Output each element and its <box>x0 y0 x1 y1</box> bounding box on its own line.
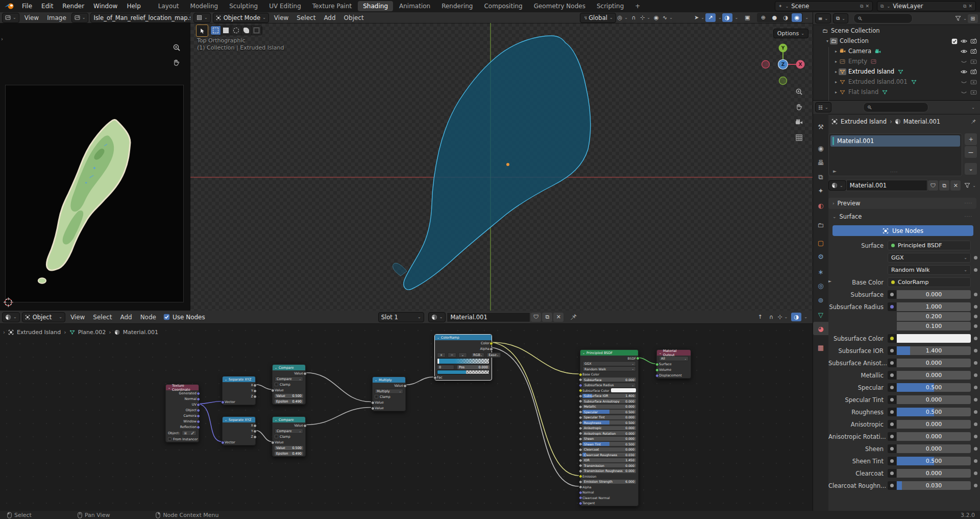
topbar-menu-render[interactable]: Render <box>58 0 89 12</box>
properties-tab-world[interactable]: ◐ <box>813 199 828 212</box>
menu-image[interactable]: Image <box>43 14 70 21</box>
properties-tab-texture[interactable]: ▦ <box>813 341 828 354</box>
camoff-icon[interactable] <box>970 58 977 65</box>
new-collection-button[interactable]: ⊞ <box>968 14 978 23</box>
node-bsdf[interactable]: ⌄Principled BSDFBSDFGGX⌄Random Walk⌄Base… <box>580 349 639 506</box>
node-reference[interactable]: ColorRamp <box>888 277 971 287</box>
node-enum[interactable]: All⌄ <box>659 356 689 361</box>
workspace-tab-rendering[interactable]: Rendering <box>436 1 478 11</box>
socket-button[interactable] <box>888 371 896 380</box>
socket-button[interactable] <box>888 432 896 441</box>
node-color-swatch[interactable] <box>611 388 636 392</box>
cam-icon[interactable] <box>970 48 977 55</box>
decorator-dot[interactable] <box>974 268 977 272</box>
display-mode-dropdown[interactable]: ⧉⌄ <box>833 13 848 23</box>
decorator-dot[interactable] <box>974 315 977 318</box>
properties-tab-tool[interactable]: ⚒ <box>813 120 828 133</box>
disclosure-arrow[interactable]: ▸ <box>834 80 839 84</box>
properties-search-input[interactable]: 🔍︎ <box>863 102 928 112</box>
eye-icon[interactable] <box>961 48 967 55</box>
cam-icon[interactable] <box>970 37 977 44</box>
node-reference[interactable]: Principled BSDF <box>888 241 971 250</box>
image-canvas[interactable]: › <box>0 23 190 311</box>
outliner-item-label[interactable]: Extruded Island <box>848 68 894 75</box>
node-header[interactable]: ⌄Texture Coordinate <box>166 385 199 390</box>
disclosure-arrow[interactable]: ▸ <box>834 59 839 64</box>
node-enum[interactable]: Subsurface Radius⌄ <box>582 383 636 388</box>
material-name-field[interactable]: Material.001 <box>846 180 928 191</box>
material-slot-row[interactable]: Material.001 <box>830 135 960 147</box>
node-cmp2[interactable]: ⌄CompareValueCompare⌄ClampValueValue0.50… <box>272 416 306 457</box>
outliner-item-label[interactable]: Empty <box>848 58 867 65</box>
breadcrumb-object[interactable]: Extruded Island <box>841 118 887 125</box>
node-header[interactable]: ⌄Compare <box>273 417 305 422</box>
properties-tab-modifiers[interactable]: ⚙ <box>813 250 828 263</box>
value-slider[interactable]: 0.500 <box>897 457 971 465</box>
region-expand-arrow[interactable]: › <box>1 36 3 42</box>
browse-material-button[interactable]: ⌄ <box>828 180 846 191</box>
decorator-dot[interactable] <box>974 324 977 328</box>
socket-button[interactable] <box>888 469 896 478</box>
node-sep2[interactable]: ⌄Separate XYZXYZVector <box>222 416 256 445</box>
value-slider[interactable]: 0.030 <box>897 481 971 490</box>
decorator-dot[interactable] <box>974 293 977 296</box>
properties-tab-constraints[interactable]: ⊚ <box>813 293 828 306</box>
use-nodes-button[interactable]: Use Nodes <box>832 225 973 236</box>
decorator-dot[interactable] <box>974 471 977 475</box>
node-value-slider[interactable]: Anisotropic0.000 <box>582 426 636 430</box>
decorator-dot[interactable] <box>974 410 977 414</box>
properties-tab-render[interactable]: ◉ <box>813 141 828 155</box>
socket-button[interactable] <box>888 457 896 465</box>
node-value-slider[interactable]: Specular0.500 <box>582 410 636 414</box>
node-enum[interactable]: GGX⌄ <box>582 361 636 366</box>
socket-button[interactable] <box>888 290 896 299</box>
ramp-stop-position[interactable]: Pos0.000 <box>457 365 489 369</box>
topbar-menu-help[interactable]: Help <box>122 0 145 12</box>
topbar-menu-window[interactable]: Window <box>89 0 122 12</box>
outliner-row[interactable]: ▸Camera <box>813 46 980 56</box>
node-value-slider[interactable]: Subsurface Anisotropy0.000 <box>582 399 636 403</box>
socket-button[interactable] <box>888 383 896 392</box>
slot-specials-button[interactable]: ⌄ <box>965 163 977 175</box>
remove-view-layer-icon[interactable]: ✕ <box>968 4 972 9</box>
editor-type-button[interactable]: ≡⌄ <box>815 13 831 23</box>
material-slot-list[interactable]: Material.001 ► ···· <box>828 133 962 176</box>
decorator-dot[interactable] <box>974 373 977 377</box>
editor-type-button[interactable]: ⌄ <box>2 13 19 23</box>
decorator-dot[interactable] <box>974 422 977 426</box>
ramp-specials-button[interactable]: ⌄ <box>458 352 467 358</box>
eye-icon[interactable] <box>961 37 967 44</box>
shader-node-editor[interactable]: ⌄ Object⌄ ViewSelectAddNode Use Nodes Sl… <box>0 311 813 511</box>
socket-button[interactable] <box>888 481 896 490</box>
node-enum[interactable]: Random Walk⌄ <box>582 366 636 371</box>
blender-logo[interactable] <box>4 2 15 10</box>
outliner-item-label[interactable]: Collection <box>840 37 869 44</box>
node-value-slider[interactable]: Specular Tint0.000 <box>582 415 636 419</box>
value-slider[interactable]: 0.000 <box>897 395 971 404</box>
properties-tab-data[interactable]: ▽ <box>813 308 828 321</box>
node-value-slider[interactable]: Metallic0.000 <box>582 405 636 409</box>
outliner-item-label[interactable]: Camera <box>848 48 871 55</box>
outliner-row[interactable]: ▸Flat Island <box>813 87 980 97</box>
value-slider[interactable]: 1.000 <box>897 302 971 311</box>
ramp-stop-index[interactable]: 0 <box>437 365 454 370</box>
workspace-tab-shading[interactable]: Shading <box>358 1 393 11</box>
ramp-remove-stop-button[interactable]: − <box>448 352 456 358</box>
value-slider[interactable]: 0.500 <box>897 383 971 392</box>
view-layer-selector[interactable]: ⧉⌄ ViewLayer ⧉✕ <box>877 1 976 11</box>
socket-button[interactable] <box>888 334 896 343</box>
properties-tab-object[interactable]: ▢ <box>813 236 828 249</box>
menu-view[interactable]: View <box>20 14 43 21</box>
ramp-stop-handle[interactable] <box>438 359 439 364</box>
outliner-item-label[interactable]: Extruded Island.001 <box>848 78 908 85</box>
check-icon[interactable] <box>951 37 958 44</box>
properties-tab-view-layer[interactable]: ⧉ <box>813 171 828 184</box>
node-value-slider[interactable]: Emission Strength6.000 <box>582 480 636 484</box>
value-slider[interactable]: 0.500 <box>897 408 971 416</box>
filter-button[interactable]: ⌄ <box>955 14 967 23</box>
value-slider[interactable]: 0.000 <box>897 371 971 380</box>
node-enum[interactable]: Multiply⌄ <box>375 389 403 394</box>
node-header[interactable]: ⌄Material Output <box>657 350 691 356</box>
value-slider[interactable]: 0.000 <box>897 432 971 441</box>
socket-button[interactable] <box>888 420 896 429</box>
